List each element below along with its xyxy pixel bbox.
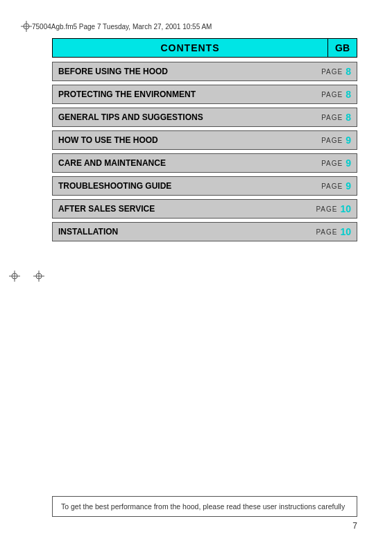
toc-row-label: TROUBLESHOOTING GUIDE	[53, 177, 308, 195]
toc-page-label-text: PAGE	[321, 68, 343, 76]
toc-page-number: 9	[346, 135, 351, 146]
toc-row-page: PAGE 9	[308, 131, 357, 149]
toc-row-label: AFTER SALES SERVICE	[53, 200, 308, 218]
toc-row: GENERAL TIPS AND SUGGESTIONSPAGE 8	[52, 108, 357, 127]
toc-row-page: PAGE 10	[308, 223, 357, 241]
toc-row-page: PAGE 8	[308, 108, 357, 126]
toc-row-page: PAGE 9	[308, 177, 357, 195]
toc-row-page: PAGE 8	[308, 62, 357, 80]
toc-list: BEFORE USING THE HOODPAGE 8PROTECTING TH…	[52, 62, 357, 241]
contents-gb-label: GB	[327, 39, 357, 57]
toc-row: TROUBLESHOOTING GUIDEPAGE 9	[52, 176, 357, 196]
toc-page-label-text: PAGE	[321, 160, 343, 167]
page-number: 7	[352, 521, 357, 531]
crosshair-left-icon	[33, 271, 44, 282]
page-container: 75004Agb.fm5 Page 7 Tuesday, March 27, 2…	[0, 0, 392, 555]
toc-page-number: 9	[346, 157, 351, 169]
toc-row: HOW TO USE THE HOODPAGE 9	[52, 130, 357, 150]
main-content: CONTENTS GB BEFORE USING THE HOODPAGE 8P…	[52, 38, 357, 486]
toc-page-label-text: PAGE	[321, 137, 343, 144]
toc-row: AFTER SALES SERVICEPAGE 10	[52, 199, 357, 219]
notice-text: To get the best performance from the hoo…	[61, 502, 345, 511]
toc-page-number: 10	[340, 226, 351, 237]
toc-row-page: PAGE 10	[308, 200, 357, 218]
toc-row: PROTECTING THE ENVIRONMENTPAGE 8	[52, 85, 357, 104]
crosshair-right-icon	[9, 271, 20, 282]
toc-row-label: BEFORE USING THE HOOD	[53, 62, 308, 80]
toc-row-label: PROTECTING THE ENVIRONMENT	[53, 85, 308, 103]
toc-row: INSTALLATIONPAGE 10	[52, 222, 357, 241]
header-line: 75004Agb.fm5 Page 7 Tuesday, March 27, 2…	[21, 21, 371, 32]
toc-page-number: 8	[346, 112, 351, 123]
toc-page-label-text: PAGE	[321, 114, 343, 121]
notice-box: To get the best performance from the hoo…	[52, 496, 357, 517]
toc-row-label: CARE AND MAINTENANCE	[53, 154, 308, 172]
toc-page-number: 9	[346, 180, 351, 191]
toc-page-label-text: PAGE	[321, 182, 343, 190]
header-file-info: 75004Agb.fm5 Page 7 Tuesday, March 27, 2…	[32, 23, 212, 31]
crosshair-top-left-icon	[21, 21, 32, 32]
contents-header: CONTENTS GB	[52, 38, 357, 58]
toc-page-number: 8	[346, 66, 351, 77]
toc-row: CARE AND MAINTENANCEPAGE 9	[52, 153, 357, 173]
toc-row-label: GENERAL TIPS AND SUGGESTIONS	[53, 108, 308, 126]
toc-row-page: PAGE 9	[308, 154, 357, 172]
toc-page-label-text: PAGE	[316, 205, 337, 213]
contents-title: CONTENTS	[53, 39, 327, 57]
toc-row-label: HOW TO USE THE HOOD	[53, 131, 308, 149]
toc-page-label-text: PAGE	[316, 228, 337, 236]
toc-row-label: INSTALLATION	[53, 223, 308, 241]
toc-row: BEFORE USING THE HOODPAGE 8	[52, 62, 357, 81]
toc-row-page: PAGE 8	[308, 85, 357, 103]
toc-page-label-text: PAGE	[321, 91, 343, 99]
toc-page-number: 8	[346, 89, 351, 100]
toc-page-number: 10	[340, 203, 351, 214]
